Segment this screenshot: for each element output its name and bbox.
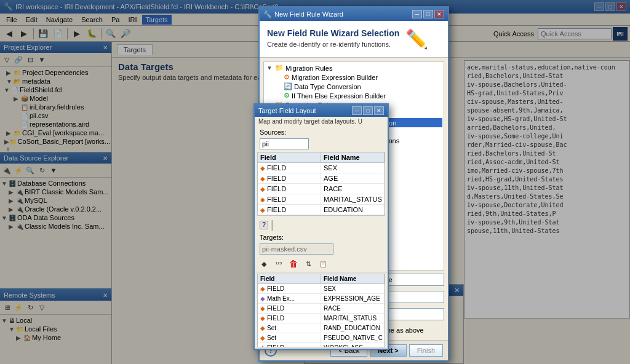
field-icon: ◆: [260, 285, 265, 292]
cell-name: MARITAL_STATUS: [321, 194, 385, 204]
table-row[interactable]: ◆FIELD SEX: [258, 163, 385, 173]
field-icon: ◆: [260, 207, 265, 213]
cell-type: ◆Set: [258, 333, 321, 342]
table-row[interactable]: ◆FIELD RACE: [258, 184, 385, 194]
target-table: Field Field Name ◆FIELD SEX ◆Math Ex... …: [257, 274, 385, 347]
sources-label: Sources:: [255, 127, 388, 137]
cell-type: ◆FIELD: [258, 194, 321, 204]
cell-name: SEX: [321, 284, 385, 293]
col-fieldname: Field Name: [321, 274, 385, 283]
field-icon: ◆: [260, 344, 265, 347]
table-row[interactable]: ◆Set RAND_EDUCATION: [258, 323, 385, 333]
target-table-header: Field Field Name: [258, 274, 385, 284]
tfl-toolbar: ◆ ¹²³ 🗑 ⇅ 📋: [255, 256, 388, 272]
dialog-header-text: New Field Rule Wizard Selection Create d…: [267, 28, 399, 48]
table-row[interactable]: ◆FIELD SEX: [258, 284, 385, 294]
dtree-migration-expr[interactable]: ⚙ Migration Expression Builder: [265, 73, 442, 82]
dialog-title-icon: 🔧: [263, 10, 272, 18]
table-row[interactable]: ◆Math Ex... EXPRESSION_AGE: [258, 294, 385, 304]
dialog-header: New Field Rule Wizard Selection Create d…: [260, 21, 448, 58]
item-icon: 🔄: [284, 82, 292, 90]
cell-name: EXPRESSION_AGE: [321, 294, 385, 303]
tfl-desc: Map and modify target data layouts. U: [255, 117, 388, 127]
dialog-close[interactable]: ✕: [434, 10, 444, 18]
tfl-maximize[interactable]: □: [363, 106, 373, 115]
sources-input[interactable]: [260, 138, 309, 149]
tfl-add-123[interactable]: ¹²³: [272, 257, 285, 271]
cell-type: ◆FIELD: [258, 184, 321, 194]
col-field: Field: [258, 274, 321, 283]
tfl-titlebar: Target Field Layout ─ □ ✕: [255, 105, 388, 117]
table-row[interactable]: ◆FIELD RACE: [258, 304, 385, 314]
field-icon: ◆: [260, 165, 265, 172]
cell-type: ◆FIELD: [258, 343, 321, 347]
field-icon: ◆: [260, 175, 265, 182]
finish-button[interactable]: Finish: [409, 344, 443, 357]
cell-type: ◆FIELD: [258, 314, 321, 323]
dtree-migration-expr-label: Migration Expression Builder: [292, 74, 378, 81]
dialog-minimize[interactable]: ─: [412, 10, 422, 18]
col-fieldname: Field Name: [321, 152, 385, 162]
cell-name: RACE: [321, 184, 385, 194]
col-field: Field: [258, 152, 321, 162]
field-icon: ◆: [260, 196, 265, 203]
cell-name: PSEUDO_NATIVE_C: [321, 333, 385, 342]
tfl-move[interactable]: ⇅: [301, 257, 315, 271]
source-table-header: Field Field Name: [258, 152, 385, 163]
cell-type: ◆FIELD: [258, 284, 321, 293]
field-icon: ◆: [260, 315, 265, 322]
dialog-header-desc: Create de-identify or re-identify functi…: [267, 41, 399, 48]
cell-name: RAND_EDUCATION: [321, 323, 385, 333]
math-icon: ◆: [260, 295, 265, 302]
cell-type: ◆FIELD: [258, 304, 321, 313]
tfl-delete[interactable]: 🗑: [287, 257, 300, 271]
help-circle-btn[interactable]: ?: [260, 221, 268, 229]
dtree-data-type[interactable]: 🔄 Data Type Conversion: [265, 82, 442, 91]
cell-type: ◆FIELD: [258, 163, 321, 173]
item-icon: ⚙: [284, 92, 290, 100]
tfl-dialog: Target Field Layout ─ □ ✕ Map and modify…: [253, 103, 389, 350]
tfl-field-status[interactable]: 📋: [316, 257, 330, 271]
item-icon: ⚙: [284, 73, 290, 81]
dtree-migration-rules[interactable]: ▼ 📁 Migration Rules: [265, 63, 442, 73]
tfl-add-field[interactable]: ◆: [257, 257, 271, 271]
targets-file-input[interactable]: [260, 243, 333, 255]
dtree-if-then-label: If Then Else Expression Builder: [292, 92, 386, 100]
set-icon: ◆: [260, 325, 265, 331]
dtree-migration-label: Migration Rules: [285, 65, 332, 72]
tfl-title: Target Field Layout: [258, 107, 316, 114]
dialog-header-icon: ✏️: [405, 28, 428, 50]
table-row[interactable]: ◆FIELD EDUCATION: [258, 205, 385, 215]
dialog-maximize[interactable]: □: [423, 10, 433, 18]
set-icon: ◆: [260, 334, 265, 341]
cell-name: AGE: [321, 173, 385, 183]
table-row[interactable]: ◆FIELD WORKCLASS: [258, 343, 385, 347]
table-row[interactable]: ◆FIELD MARITAL_STATUS: [258, 194, 385, 205]
cell-name: RACE: [321, 304, 385, 313]
separator-line: |: [271, 218, 274, 231]
cell-name: MARITAL_STATUS: [321, 314, 385, 323]
table-row[interactable]: ◆FIELD AGE: [258, 173, 385, 184]
cell-type: ◆Set: [258, 323, 321, 333]
cell-name: EDUCATION: [321, 205, 385, 215]
cell-name: WORKCLASS: [321, 343, 385, 347]
source-table: Field Field Name ◆FIELD SEX ◆FIELD AGE: [257, 152, 385, 216]
dialog-titlebar: 🔧 New Field Rule Wizard ─ □ ✕: [260, 7, 448, 21]
cell-type: ◆FIELD: [258, 205, 321, 215]
table-row[interactable]: ◆Set PSEUDO_NATIVE_C: [258, 333, 385, 343]
tfl-controls: ─ □ ✕: [352, 106, 384, 115]
field-icon: ◆: [260, 305, 265, 312]
tfl-minimize[interactable]: ─: [352, 106, 362, 115]
dtree-data-type-label: Data Type Conversion: [294, 83, 361, 90]
tfl-close[interactable]: ✕: [374, 106, 384, 115]
cell-type: ◆FIELD: [258, 173, 321, 183]
dtree-if-then[interactable]: ⚙ If Then Else Expression Builder: [265, 91, 442, 100]
dialog-title-text: 🔧 New Field Rule Wizard: [263, 10, 343, 18]
dialog-header-title: New Field Rule Wizard Selection: [267, 28, 399, 38]
field-icon: ◆: [260, 186, 265, 192]
cell-name: SEX: [321, 163, 385, 173]
expand-icon: ▼: [266, 65, 275, 71]
table-row[interactable]: ◆FIELD MARITAL_STATUS: [258, 314, 385, 323]
dialog-controls: ─ □ ✕: [412, 10, 444, 18]
tfl-middle-bar: ? |: [255, 217, 388, 232]
